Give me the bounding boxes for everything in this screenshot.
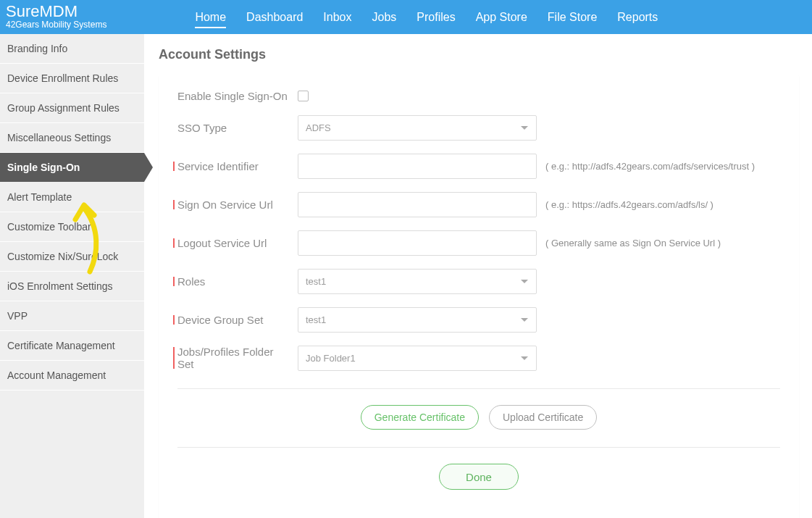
nav-profiles[interactable]: Profiles [406, 0, 465, 34]
select-sso-type[interactable]: ADFS [298, 115, 537, 141]
nav-app-store[interactable]: App Store [466, 0, 537, 34]
label-device-group-set: Device Group Set [177, 314, 298, 326]
input-sign-on-url[interactable] [298, 192, 537, 217]
label-service-identifier: Service Identifier [177, 160, 298, 172]
nav-jobs[interactable]: Jobs [362, 0, 407, 34]
sidebar-item-certificate-management[interactable]: Certificate Management [0, 331, 144, 361]
label-enable-sso: Enable Single Sign-On [177, 90, 298, 102]
checkbox-enable-sso[interactable] [298, 91, 309, 101]
page-title: Account Settings [159, 47, 812, 62]
select-jobs-folder-set[interactable]: Job Folder1 [298, 346, 537, 371]
select-device-group-set[interactable]: test1 [298, 307, 537, 333]
brand-name: SureMDM [6, 4, 106, 20]
label-sign-on-url: Sign On Service Url [177, 199, 298, 211]
row-device-group-set: Device Group Set test1 [177, 307, 780, 333]
content: Account Settings Enable Single Sign-On S… [144, 34, 812, 518]
nav-reports[interactable]: Reports [607, 0, 668, 34]
input-service-identifier[interactable] [298, 154, 537, 179]
row-sso-type: SSO Type ADFS [177, 115, 780, 141]
nav-inbox[interactable]: Inbox [313, 0, 361, 34]
layout: Branding Info Device Enrollment Rules Gr… [0, 34, 812, 518]
hint-logout-url: ( Generally same as Sign On Service Url … [545, 238, 721, 248]
divider [177, 388, 780, 389]
sso-settings-card: Enable Single Sign-On SSO Type ADFS Serv… [159, 75, 799, 518]
row-service-identifier: Service Identifier ( e.g.: http://adfs.4… [177, 154, 780, 179]
nav-home[interactable]: Home [185, 0, 236, 34]
upload-certificate-button[interactable]: Upload Certificate [489, 405, 597, 430]
label-roles: Roles [177, 275, 298, 288]
nav-file-store[interactable]: File Store [537, 0, 607, 34]
sidebar-item-customize-toolbar[interactable]: Customize Toolbar [0, 212, 144, 242]
row-jobs-folder-set: Jobs/Profiles Folder Set Job Folder1 [177, 346, 780, 371]
nav-dashboard[interactable]: Dashboard [236, 0, 313, 34]
certificate-buttons: Generate Certificate Upload Certificate [177, 405, 780, 430]
row-roles: Roles test1 [177, 269, 780, 294]
app-header: SureMDM 42Gears Mobility Systems Home Da… [0, 0, 812, 34]
brand-tagline: 42Gears Mobility Systems [6, 20, 106, 30]
settings-sidebar: Branding Info Device Enrollment Rules Gr… [0, 34, 144, 518]
sidebar-item-branding-info[interactable]: Branding Info [0, 34, 144, 64]
sidebar-item-alert-template[interactable]: Alert Template [0, 183, 144, 212]
done-button[interactable]: Done [439, 464, 519, 490]
row-enable-sso: Enable Single Sign-On [177, 90, 780, 102]
select-roles[interactable]: test1 [298, 269, 537, 294]
sidebar-item-single-sign-on[interactable]: Single Sign-On [0, 153, 144, 183]
input-logout-url[interactable] [298, 230, 537, 256]
label-jobs-folder-set: Jobs/Profiles Folder Set [177, 346, 298, 370]
hint-sign-on-url: ( e.g.: https://adfs.42gears.com/adfs/ls… [545, 199, 713, 210]
sidebar-item-ios-enrolment-settings[interactable]: iOS Enrolment Settings [0, 272, 144, 301]
sidebar-item-vpp[interactable]: VPP [0, 301, 144, 331]
sidebar-item-group-assignment-rules[interactable]: Group Assignment Rules [0, 93, 144, 123]
sidebar-item-account-management[interactable]: Account Management [0, 361, 144, 390]
divider [177, 447, 780, 448]
row-logout-url: Logout Service Url ( Generally same as S… [177, 230, 780, 256]
label-sso-type: SSO Type [177, 122, 298, 134]
hint-service-identifier: ( e.g.: http://adfs.42gears.com/adfs/ser… [545, 161, 755, 172]
sidebar-item-customize-nix-surelock[interactable]: Customize Nix/SureLock [0, 242, 144, 272]
row-sign-on-url: Sign On Service Url ( e.g.: https://adfs… [177, 192, 780, 217]
generate-certificate-button[interactable]: Generate Certificate [361, 405, 479, 430]
sidebar-item-miscellaneous-settings[interactable]: Miscellaneous Settings [0, 123, 144, 153]
brand: SureMDM 42Gears Mobility Systems [6, 4, 106, 30]
main-nav: Home Dashboard Inbox Jobs Profiles App S… [185, 0, 668, 34]
sidebar-item-device-enrollment-rules[interactable]: Device Enrollment Rules [0, 64, 144, 93]
label-logout-url: Logout Service Url [177, 237, 298, 249]
